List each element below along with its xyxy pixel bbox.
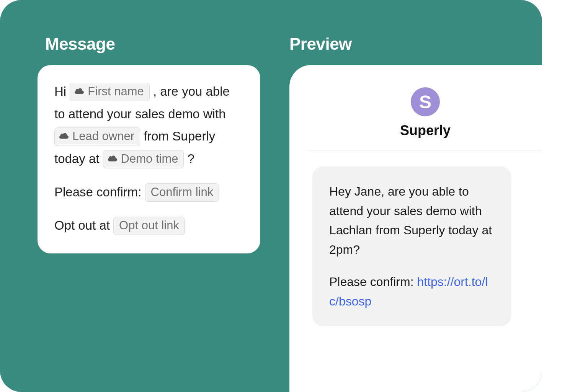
preview-body-paragraph: Please confirm: https://ort.to/lc/bsosp xyxy=(329,272,495,311)
message-confirm-line: Please confirm: Confirm link xyxy=(54,181,243,204)
merge-field-label: Confirm link xyxy=(151,185,214,200)
merge-field-label: Demo time xyxy=(121,151,178,167)
sms-preview-bubble: Hey Jane, are you able to attend your sa… xyxy=(312,167,511,326)
message-composer-card[interactable]: Hi First name , are you able to attend y… xyxy=(38,65,260,253)
merge-field-demo-time[interactable]: Demo time xyxy=(103,150,184,168)
preview-body-paragraph: Hey Jane, are you able to attend your sa… xyxy=(329,182,495,259)
salesforce-cloud-icon xyxy=(75,88,85,95)
merge-field-optout-link[interactable]: Opt out link xyxy=(113,217,185,235)
merge-field-first-name[interactable]: First name xyxy=(70,83,149,101)
merge-field-label: Opt out link xyxy=(119,218,179,233)
salesforce-cloud-icon xyxy=(59,132,69,140)
salesforce-cloud-icon xyxy=(108,155,118,163)
preview-header: S Superly xyxy=(312,87,538,139)
message-section-title: Message xyxy=(45,34,115,54)
message-text: Please confirm: xyxy=(54,185,145,199)
message-text: Opt out at xyxy=(54,218,113,232)
message-text: ? xyxy=(188,152,194,166)
preview-card: S Superly Hey Jane, are you able to atte… xyxy=(289,65,542,392)
message-body-line: Hi First name , are you able to attend y… xyxy=(54,80,243,170)
merge-field-label: First name xyxy=(88,84,144,99)
card-background: Message Preview Hi First name , are you … xyxy=(0,0,542,392)
sender-avatar: S xyxy=(411,87,440,116)
merge-field-lead-owner[interactable]: Lead owner xyxy=(54,127,140,146)
divider xyxy=(309,150,542,150)
merge-field-confirm-link[interactable]: Confirm link xyxy=(145,183,219,202)
preview-section-title: Preview xyxy=(289,34,352,54)
merge-field-label: Lead owner xyxy=(72,129,134,144)
message-optout-line: Opt out at Opt out link xyxy=(54,214,243,237)
message-text: Hi xyxy=(54,84,70,98)
sender-name: Superly xyxy=(312,122,538,139)
preview-text: Please confirm: xyxy=(329,275,417,289)
